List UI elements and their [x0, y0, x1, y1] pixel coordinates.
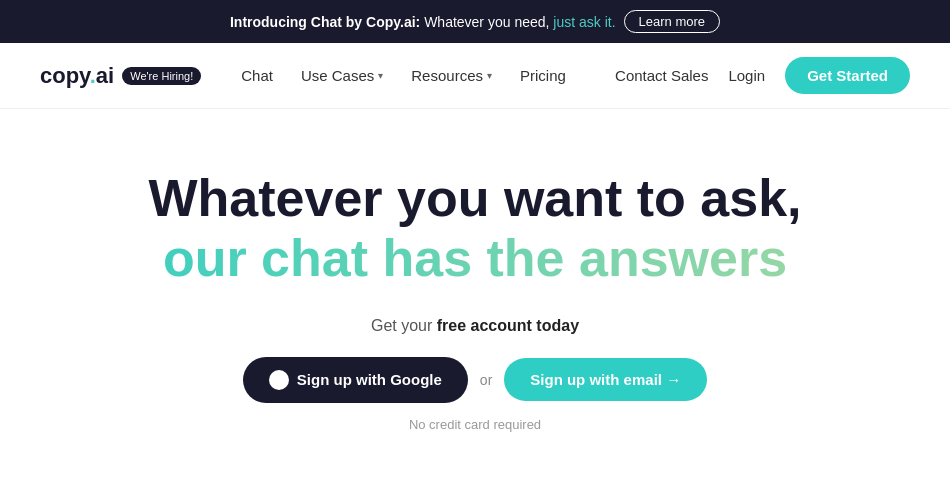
- nav-right: Contact Sales Login Get Started: [615, 57, 910, 94]
- banner-intro: Introducing Chat by Copy.ai:: [230, 14, 420, 30]
- hero-subtitle: Get your free account today: [20, 317, 930, 335]
- hero-title: Whatever you want to ask, our chat has t…: [20, 169, 930, 289]
- hero-section: Whatever you want to ask, our chat has t…: [0, 109, 950, 472]
- subtitle-bold: free account today: [437, 317, 579, 334]
- navbar: copy.ai We're Hiring! Chat Use Cases ▾ R…: [0, 43, 950, 109]
- nav-use-cases[interactable]: Use Cases ▾: [301, 67, 383, 84]
- google-signup-button[interactable]: G Sign up with Google: [243, 357, 468, 403]
- nav-resources[interactable]: Resources ▾: [411, 67, 492, 84]
- hero-title-line2: our chat has the answers: [20, 229, 930, 289]
- banner-middle: Whatever you need,: [424, 14, 549, 30]
- subtitle-prefix: Get your: [371, 317, 437, 334]
- hiring-badge: We're Hiring!: [122, 67, 201, 85]
- cta-buttons: G Sign up with Google or Sign up with em…: [20, 357, 930, 403]
- nav-pricing[interactable]: Pricing: [520, 67, 566, 84]
- logo-text: copy.ai: [40, 63, 114, 89]
- google-icon: G: [269, 370, 289, 390]
- contact-sales-link[interactable]: Contact Sales: [615, 67, 708, 84]
- logo[interactable]: copy.ai We're Hiring!: [40, 63, 201, 89]
- banner-highlight: just ask it.: [553, 14, 615, 30]
- chevron-down-icon: ▾: [378, 70, 383, 81]
- chevron-down-icon: ▾: [487, 70, 492, 81]
- google-btn-label: Sign up with Google: [297, 371, 442, 388]
- nav-chat[interactable]: Chat: [241, 67, 273, 84]
- hero-title-line1: Whatever you want to ask,: [20, 169, 930, 229]
- learn-more-button[interactable]: Learn more: [624, 10, 720, 33]
- get-started-button[interactable]: Get Started: [785, 57, 910, 94]
- banner-text: Introducing Chat by Copy.ai: Whatever yo…: [230, 14, 616, 30]
- login-link[interactable]: Login: [728, 67, 765, 84]
- top-banner: Introducing Chat by Copy.ai: Whatever yo…: [0, 0, 950, 43]
- or-text: or: [480, 372, 492, 388]
- email-signup-button[interactable]: Sign up with email →: [504, 358, 707, 401]
- nav-links: Chat Use Cases ▾ Resources ▾ Pricing: [241, 67, 615, 84]
- no-credit-text: No credit card required: [20, 417, 930, 432]
